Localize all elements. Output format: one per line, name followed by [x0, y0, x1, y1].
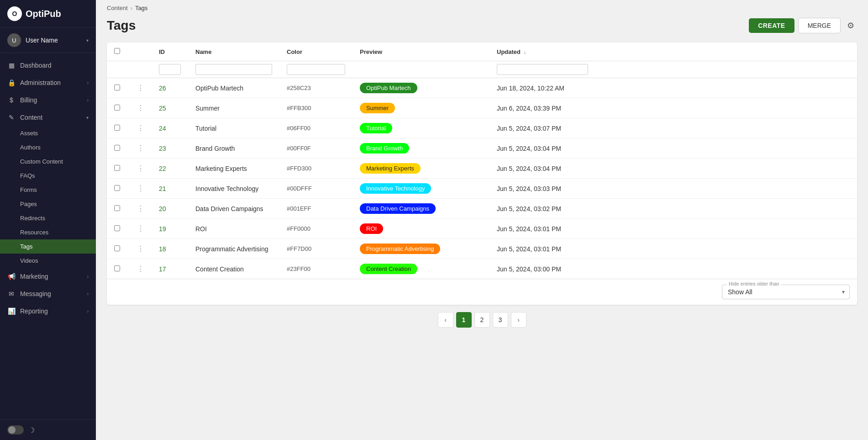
row-id[interactable]: 22	[152, 159, 188, 179]
sidebar-item-custom-content[interactable]: Custom Content	[0, 154, 96, 169]
user-name: User Name	[26, 37, 58, 44]
row-menu-button[interactable]: ⋮	[137, 225, 144, 233]
filter-name-input[interactable]	[195, 64, 272, 75]
user-menu[interactable]: U User Name ▾	[0, 28, 96, 53]
row-id[interactable]: 23	[152, 138, 188, 159]
lock-icon: 🔒	[7, 79, 16, 87]
row-id[interactable]: 25	[152, 98, 188, 118]
table-row: ⋮18Programmatic Advertising#FF7D00Progra…	[107, 239, 857, 259]
row-checkbox[interactable]	[114, 85, 120, 90]
sidebar-item-messaging[interactable]: ✉ Messaging ›	[0, 285, 96, 302]
row-id[interactable]: 18	[152, 239, 188, 259]
row-preview: OptiPub Martech	[352, 78, 489, 98]
sidebar-item-billing[interactable]: $ Billing ›	[0, 91, 96, 109]
sidebar-item-content[interactable]: ✎ Content ▾	[0, 109, 96, 126]
sidebar-item-forms[interactable]: Forms	[0, 183, 96, 197]
row-color: #FF7D00	[279, 239, 352, 259]
row-menu-button[interactable]: ⋮	[137, 104, 144, 112]
row-checkbox-cell	[107, 199, 130, 219]
merge-button[interactable]: MERGE	[798, 18, 841, 33]
row-checkbox[interactable]	[114, 225, 120, 231]
row-checkbox[interactable]	[114, 185, 120, 191]
th-color[interactable]: Color	[279, 42, 352, 61]
row-preview: Innovative Technology	[352, 179, 489, 199]
faqs-label: FAQs	[20, 172, 35, 179]
main-content: Content › Tags Tags CREATE MERGE ⚙	[96, 0, 868, 440]
row-id[interactable]: 26	[152, 78, 188, 98]
row-checkbox[interactable]	[114, 245, 120, 251]
create-button[interactable]: CREATE	[749, 18, 794, 33]
row-id[interactable]: 20	[152, 199, 188, 219]
sidebar-item-label: Dashboard	[20, 62, 52, 69]
sidebar-item-resources[interactable]: Resources	[0, 225, 96, 239]
row-id[interactable]: 19	[152, 219, 188, 239]
sidebar-item-reporting[interactable]: 📊 Reporting ›	[0, 302, 96, 320]
breadcrumb-current: Tags	[135, 5, 147, 11]
row-checkbox[interactable]	[114, 205, 120, 211]
hide-entries-select[interactable]: Show All1 Day1 Week1 Month3 Months6 Mont…	[728, 288, 844, 296]
pagination-next[interactable]: ›	[511, 312, 526, 328]
forms-label: Forms	[20, 186, 37, 193]
settings-button[interactable]: ⚙	[844, 18, 857, 33]
table-header-row: ID Name Color Preview Updated	[107, 42, 857, 61]
sidebar-item-tags[interactable]: Tags	[0, 239, 96, 254]
row-menu-cell: ⋮	[130, 159, 152, 179]
row-updated: Jun 5, 2024, 03:07 PM	[489, 118, 857, 138]
sidebar-item-marketing[interactable]: 📢 Marketing ›	[0, 268, 96, 285]
sidebar-item-authors[interactable]: Authors	[0, 140, 96, 154]
row-checkbox[interactable]	[114, 125, 120, 131]
row-id[interactable]: 17	[152, 259, 188, 279]
sidebar-item-assets[interactable]: Assets	[0, 126, 96, 140]
row-checkbox[interactable]	[114, 265, 120, 271]
assets-label: Assets	[20, 130, 38, 137]
breadcrumb-content-link[interactable]: Content	[107, 5, 128, 11]
row-menu-button[interactable]: ⋮	[137, 144, 144, 152]
dark-mode-toggle[interactable]	[7, 425, 24, 435]
sidebar-item-faqs[interactable]: FAQs	[0, 169, 96, 183]
row-id[interactable]: 24	[152, 118, 188, 138]
th-updated[interactable]: Updated ↓	[489, 42, 857, 61]
pagination-page-2[interactable]: 2	[474, 312, 490, 328]
table-row: ⋮24Tutorial#06FF00TutorialJun 5, 2024, 0…	[107, 118, 857, 138]
th-preview: Preview	[352, 42, 489, 61]
content-icon: ✎	[7, 113, 16, 122]
filter-color-input[interactable]	[287, 64, 345, 75]
row-id[interactable]: 21	[152, 179, 188, 199]
sidebar-item-pages[interactable]: Pages	[0, 197, 96, 211]
sidebar-item-videos[interactable]: Videos	[0, 254, 96, 268]
th-name[interactable]: Name	[188, 42, 279, 61]
pagination-page-1[interactable]: 1	[456, 312, 472, 328]
row-menu-button[interactable]: ⋮	[137, 84, 144, 92]
page-header: Tags CREATE MERGE ⚙	[107, 16, 857, 33]
th-menu	[130, 42, 152, 61]
th-id[interactable]: ID	[152, 42, 188, 61]
row-color: #258C23	[279, 78, 352, 98]
row-menu-button[interactable]: ⋮	[137, 265, 144, 273]
row-checkbox[interactable]	[114, 165, 120, 171]
row-menu-button[interactable]: ⋮	[137, 205, 144, 212]
filter-updated-input[interactable]	[497, 64, 588, 75]
theme-toggle[interactable]: ☽	[0, 419, 96, 440]
row-menu-button[interactable]: ⋮	[137, 185, 144, 192]
tags-label: Tags	[20, 243, 32, 250]
row-name: OptiPub Martech	[188, 78, 279, 98]
row-preview: Brand Growth	[352, 138, 489, 159]
row-name: ROI	[188, 219, 279, 239]
row-color: #00FF0F	[279, 138, 352, 159]
pagination-prev[interactable]: ‹	[438, 312, 453, 328]
sidebar-item-administration[interactable]: 🔒 Administration ›	[0, 74, 96, 91]
sidebar-item-redirects[interactable]: Redirects	[0, 211, 96, 225]
row-checkbox-cell	[107, 138, 130, 159]
row-checkbox[interactable]	[114, 145, 120, 151]
sort-down-icon: ↓	[524, 49, 526, 55]
redirects-label: Redirects	[20, 215, 45, 222]
pagination-page-3[interactable]: 3	[493, 312, 508, 328]
row-updated: Jun 5, 2024, 03:04 PM	[489, 138, 857, 159]
row-menu-button[interactable]: ⋮	[137, 164, 144, 172]
row-checkbox[interactable]	[114, 105, 120, 111]
row-menu-button[interactable]: ⋮	[137, 124, 144, 132]
row-menu-button[interactable]: ⋮	[137, 245, 144, 253]
filter-id-input[interactable]	[159, 64, 181, 75]
sidebar-item-dashboard[interactable]: ▦ Dashboard	[0, 57, 96, 74]
select-all-checkbox[interactable]	[114, 48, 120, 54]
